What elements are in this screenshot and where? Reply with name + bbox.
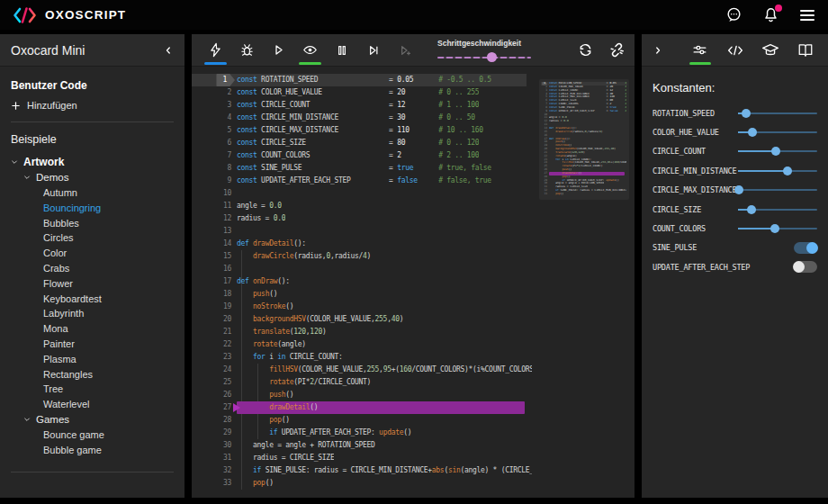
code-line-26[interactable]: 26 push() bbox=[192, 389, 634, 401]
tree-item-rectangles[interactable]: Rectangles bbox=[11, 366, 174, 382]
slider-circle_min_distance[interactable] bbox=[738, 166, 817, 176]
tab-docs-button[interactable] bbox=[795, 34, 817, 67]
code-editor[interactable]: 1const ROTATION_SPEED= 0.05# -0.5 .. 0.5… bbox=[192, 67, 634, 498]
step-speed-thumb[interactable] bbox=[487, 52, 497, 62]
divider bbox=[11, 472, 174, 472]
tree-item-label: Games bbox=[36, 414, 69, 425]
slider-circle_size[interactable] bbox=[738, 204, 817, 215]
code-text: pop() bbox=[237, 414, 290, 427]
code-line-20[interactable]: 20 backgroundHSV(COLOR_HUE_VALUE,255,40) bbox=[192, 313, 634, 326]
tree-item-painter[interactable]: Painter bbox=[11, 337, 174, 352]
tree-item-label: Plasma bbox=[43, 354, 76, 364]
tab-learn-button[interactable] bbox=[760, 34, 782, 67]
code-line-24[interactable]: 24 fillHSV(COLOR_HUE_VALUE,255,95+(160/C… bbox=[192, 364, 634, 376]
tree-item-keyboardtest[interactable]: Keyboardtest bbox=[11, 291, 174, 306]
code-line-21[interactable]: 21 translate(120,120) bbox=[192, 326, 634, 338]
watch-button[interactable] bbox=[295, 34, 325, 67]
collapse-left-button[interactable] bbox=[163, 45, 174, 56]
minimap[interactable]: 1const ROTATION_SPEED= 0.05# -0.5 .. 0.5… bbox=[539, 79, 629, 200]
code-line-29[interactable]: 29 if UPDATE_AFTER_EACH_STEP: update() bbox=[192, 427, 634, 439]
tab-code-button[interactable] bbox=[724, 34, 746, 67]
code-line-18[interactable]: 18 push() bbox=[192, 288, 634, 301]
tree-item-plasma[interactable]: Plasma bbox=[11, 351, 174, 366]
code-line-19[interactable]: 19 noStroke() bbox=[192, 301, 634, 313]
code-text: for i in CIRCLE_COUNT: bbox=[237, 351, 342, 364]
tree-item-autumn[interactable]: Autumn bbox=[11, 185, 174, 201]
add-label: Hinzufügen bbox=[27, 100, 77, 111]
slider-thumb[interactable] bbox=[747, 205, 756, 214]
sync-button[interactable] bbox=[577, 41, 594, 58]
tree-item-color[interactable]: Color bbox=[11, 246, 174, 261]
code-line-11[interactable]: 11angle = 0.0 bbox=[192, 200, 634, 212]
slider-thumb[interactable] bbox=[748, 128, 757, 137]
feedback-button[interactable] bbox=[725, 6, 742, 23]
tree-item-demos[interactable]: Demos bbox=[11, 170, 174, 185]
code-line-1[interactable]: 1const ROTATION_SPEED= 0.05# -0.5 .. 0.5 bbox=[192, 74, 526, 86]
code-line-17[interactable]: 17def onDraw(): bbox=[192, 275, 634, 288]
slider-thumb[interactable] bbox=[734, 185, 743, 194]
slider-circle_max_distance[interactable] bbox=[738, 184, 817, 195]
toggle-update_after_each_step[interactable] bbox=[794, 261, 817, 273]
flash-button[interactable] bbox=[201, 34, 230, 67]
tree-item-tree[interactable]: Tree bbox=[11, 382, 174, 397]
tree-item-labyrinth[interactable]: Labyrinth bbox=[11, 306, 174, 321]
play-add-button[interactable] bbox=[390, 34, 419, 67]
code-line-27[interactable]: 27 drawDetail() bbox=[192, 401, 634, 414]
menu-button[interactable] bbox=[799, 8, 815, 22]
tree-item-crabs[interactable]: Crabs bbox=[11, 261, 174, 276]
slider-circle_count[interactable] bbox=[738, 146, 817, 157]
slider-thumb[interactable] bbox=[783, 166, 792, 176]
code-line-25[interactable]: 25 rotate(PI*2/CIRCLE_COUNT) bbox=[192, 376, 634, 389]
run-button[interactable] bbox=[264, 34, 293, 67]
code-line-12[interactable]: 12radius = 0.0 bbox=[192, 212, 634, 225]
add-user-code-button[interactable]: Hinzufügen bbox=[11, 100, 174, 111]
step-forward-button[interactable] bbox=[358, 34, 388, 67]
code-line-28[interactable]: 28 pop() bbox=[192, 414, 634, 427]
code-line-32[interactable]: 32 if SINE_PULSE: radius = CIRCLE_MIN_DI… bbox=[192, 464, 634, 477]
tree-item-label: Autumn bbox=[43, 187, 77, 198]
tree-item-circles[interactable]: Circles bbox=[11, 230, 174, 246]
step-speed-slider[interactable] bbox=[437, 52, 531, 62]
code-line-23[interactable]: 23 for i in CIRCLE_COUNT: bbox=[192, 351, 634, 364]
tree-item-label: Bounce game bbox=[43, 429, 104, 440]
tree-item-flower[interactable]: Flower bbox=[11, 275, 174, 291]
pause-button[interactable] bbox=[327, 34, 356, 67]
code-line-31[interactable]: 31 radius = CIRCLE_SIZE bbox=[192, 452, 634, 464]
code-line-22[interactable]: 22 rotate(angle) bbox=[192, 338, 634, 351]
tree-item-artwork[interactable]: Artwork bbox=[11, 155, 174, 170]
code-line-13[interactable]: 13 bbox=[192, 225, 634, 238]
tree-item-waterlevel[interactable]: Waterlevel bbox=[11, 397, 174, 412]
tree-item-bubbles[interactable]: Bubbles bbox=[11, 215, 174, 230]
unlink-button[interactable] bbox=[608, 41, 626, 58]
code-line-33[interactable]: 33 pop() bbox=[192, 477, 634, 490]
notifications-button[interactable] bbox=[762, 6, 779, 23]
code-line-16[interactable]: 16 bbox=[192, 263, 634, 275]
chevron-right-icon bbox=[652, 45, 663, 56]
tree-item-bubble-game[interactable]: Bubble game bbox=[11, 442, 174, 457]
tree-item-mona[interactable]: Mona bbox=[11, 321, 174, 337]
tab-konstanten-button[interactable] bbox=[688, 34, 711, 67]
slider-count_colors[interactable] bbox=[738, 223, 817, 234]
slider-thumb[interactable] bbox=[771, 147, 780, 156]
pause-icon bbox=[335, 43, 349, 58]
code-line-15[interactable]: 15 drawCircle(radius,0,radius/4) bbox=[192, 250, 634, 263]
toggle-sine_pulse[interactable] bbox=[794, 242, 817, 254]
line-number: 22 bbox=[223, 338, 231, 351]
line-number: 26 bbox=[223, 389, 231, 401]
code-line-14[interactable]: 14def drawDetail(): bbox=[192, 238, 634, 250]
line-number: 23 bbox=[223, 351, 231, 364]
collapse-right-button[interactable] bbox=[652, 45, 663, 56]
slider-color_hue_value[interactable] bbox=[738, 127, 817, 138]
line-number: 7 bbox=[227, 149, 231, 162]
tree-item-games[interactable]: Games bbox=[11, 412, 174, 428]
code-text: if UPDATE_AFTER_EACH_STEP: update() bbox=[237, 427, 411, 439]
tree-item-bouncingring[interactable]: Bouncingring bbox=[11, 200, 174, 215]
slider-thumb[interactable] bbox=[770, 224, 779, 233]
slider-rotation_speed[interactable] bbox=[738, 108, 817, 119]
topbar: OXOSCRIPT bbox=[0, 0, 828, 30]
tree-item-label: Bouncingring bbox=[43, 202, 101, 213]
slider-thumb[interactable] bbox=[742, 109, 751, 118]
code-line-30[interactable]: 30 angle = angle + ROTATION_SPEED bbox=[192, 439, 634, 452]
tree-item-bounce-game[interactable]: Bounce game bbox=[11, 427, 174, 442]
debug-button[interactable] bbox=[232, 34, 262, 67]
